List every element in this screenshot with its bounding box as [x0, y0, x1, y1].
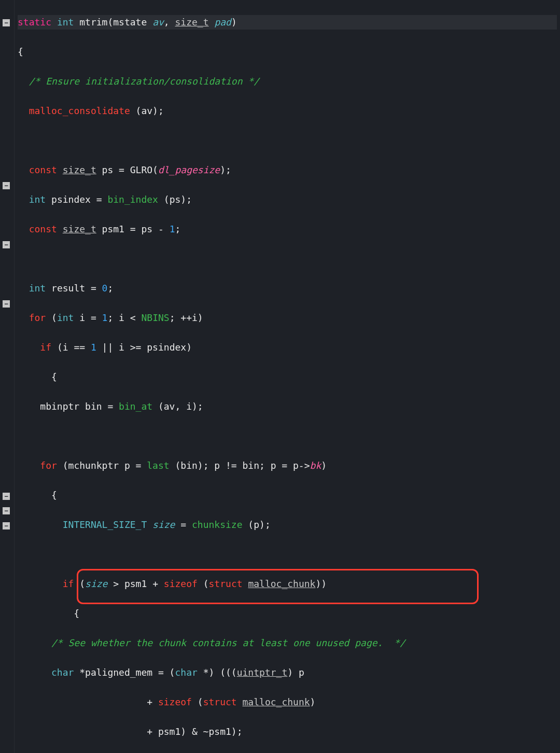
code-line: if (i == 1 || i >= psindex) — [18, 340, 557, 355]
code-line: + sizeof (struct malloc_chunk) — [18, 695, 557, 710]
code-line: { — [18, 45, 557, 60]
fold-marker[interactable] — [3, 507, 10, 514]
code-line: { — [18, 370, 557, 385]
fold-marker[interactable] — [3, 522, 10, 529]
code-line: if (size > psm1 + sizeof (struct malloc_… — [18, 577, 557, 592]
code-line: + psm1) & ~psm1); — [18, 724, 557, 740]
fold-marker[interactable] — [3, 19, 10, 26]
code-line: int result = 0; — [18, 281, 557, 296]
code-line: const size_t psm1 = ps - 1; — [18, 222, 557, 237]
code-line — [18, 547, 557, 562]
code-line: mbinptr bin = bin_at (av, i); — [18, 399, 557, 414]
code-line: { — [18, 488, 557, 503]
code-line: char *paligned_mem = (char *) (((uintptr… — [18, 665, 557, 680]
code-line: INTERNAL_SIZE_T size = chunksize (p); — [18, 518, 557, 533]
code-line — [18, 252, 557, 267]
code-line: static int mtrim(mstate av, size_t pad) — [18, 15, 557, 30]
code-line: /* See whether the chunk contains at lea… — [18, 636, 557, 651]
fold-marker[interactable] — [3, 493, 10, 500]
fold-marker[interactable] — [3, 241, 10, 248]
code-line: { — [18, 606, 557, 621]
fold-marker[interactable] — [3, 182, 10, 189]
code-line — [18, 429, 557, 444]
code-line: for (mchunkptr p = last (bin); p != bin;… — [18, 458, 557, 473]
code-area[interactable]: static int mtrim(mstate av, size_t pad) … — [15, 0, 560, 753]
code-line: malloc_consolidate (av); — [18, 104, 557, 119]
code-line: for (int i = 1; i < NBINS; ++i) — [18, 311, 557, 326]
code-line: int psindex = bin_index (ps); — [18, 192, 557, 207]
code-line: const size_t ps = GLRO(dl_pagesize); — [18, 163, 557, 178]
gutter — [0, 0, 15, 753]
code-line — [18, 133, 557, 148]
fold-marker[interactable] — [3, 300, 10, 308]
code-line: /* Ensure initialization/consolidation *… — [18, 74, 557, 89]
code-editor: static int mtrim(mstate av, size_t pad) … — [0, 0, 560, 753]
